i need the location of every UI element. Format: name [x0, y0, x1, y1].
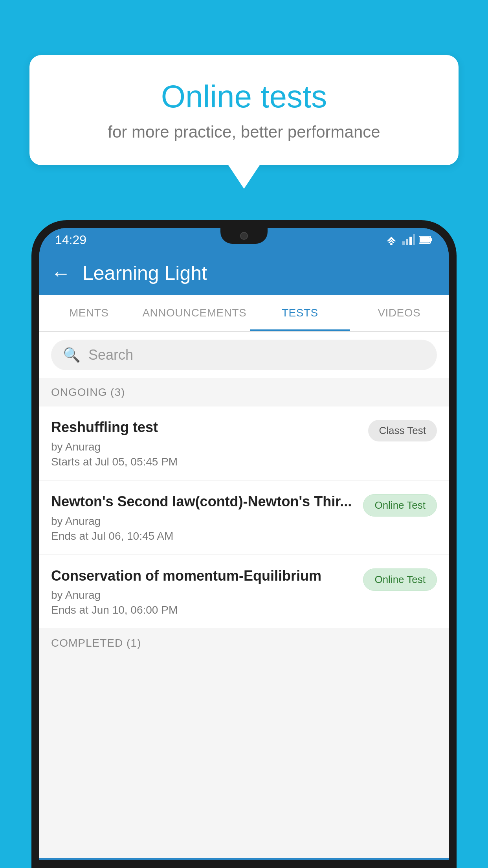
- test-info-3: Conservation of momentum-Equilibrium by …: [51, 567, 355, 617]
- search-container: 🔍 Search: [39, 332, 449, 378]
- test-title-1: Reshuffling test: [51, 418, 360, 437]
- test-time-2: Ends at Jul 06, 10:45 AM: [51, 530, 355, 542]
- test-info-1: Reshuffling test by Anurag Starts at Jul…: [51, 418, 360, 468]
- svg-point-2: [390, 243, 393, 245]
- test-item[interactable]: Conservation of momentum-Equilibrium by …: [39, 555, 449, 629]
- search-icon: 🔍: [63, 347, 81, 363]
- tab-ments[interactable]: MENTS: [39, 295, 138, 331]
- content-area: 🔍 Search ONGOING (3) Reshuffling test by…: [39, 332, 449, 858]
- tab-announcements[interactable]: ANNOUNCEMENTS: [138, 295, 250, 331]
- app-bar: ← Learning Light: [39, 252, 449, 295]
- status-bar: 14:29: [39, 228, 449, 252]
- test-author-3: by Anurag: [51, 589, 355, 601]
- ongoing-section-header: ONGOING (3): [39, 378, 449, 406]
- bubble-subtitle: for more practice, better performance: [61, 123, 427, 142]
- test-item[interactable]: Newton's Second law(contd)-Newton's Thir…: [39, 481, 449, 554]
- speech-bubble: Online tests for more practice, better p…: [29, 55, 459, 165]
- back-button[interactable]: ←: [51, 262, 71, 285]
- test-item[interactable]: Reshuffling test by Anurag Starts at Jul…: [39, 406, 449, 480]
- test-badge-2: Online Test: [363, 494, 437, 517]
- svg-rect-9: [420, 237, 430, 243]
- bubble-title: Online tests: [61, 79, 427, 115]
- phone-frame: 14:29: [31, 220, 457, 868]
- svg-rect-8: [431, 238, 432, 241]
- test-title-3: Conservation of momentum-Equilibrium: [51, 567, 355, 585]
- tab-videos[interactable]: VIDEOS: [350, 295, 449, 331]
- ongoing-label: ONGOING (3): [51, 386, 125, 398]
- svg-rect-6: [413, 234, 415, 245]
- app-title: Learning Light: [83, 262, 207, 285]
- svg-rect-3: [402, 241, 405, 245]
- test-badge-1: Class Test: [368, 420, 437, 441]
- test-title-2: Newton's Second law(contd)-Newton's Thir…: [51, 493, 355, 511]
- svg-rect-4: [406, 239, 408, 245]
- test-badge-3: Online Test: [363, 568, 437, 591]
- signal-icon: [402, 234, 415, 245]
- battery-icon: [419, 235, 433, 244]
- test-author-2: by Anurag: [51, 515, 355, 528]
- bubble-arrow: [228, 165, 260, 189]
- completed-section-header: COMPLETED (1): [39, 629, 449, 657]
- wifi-icon: [384, 234, 398, 245]
- completed-label: COMPLETED (1): [51, 637, 141, 649]
- test-info-2: Newton's Second law(contd)-Newton's Thir…: [51, 493, 355, 542]
- test-time-3: Ends at Jun 10, 06:00 PM: [51, 604, 355, 616]
- search-box[interactable]: 🔍 Search: [51, 340, 437, 370]
- tab-tests[interactable]: TESTS: [250, 295, 349, 331]
- test-time-1: Starts at Jul 05, 05:45 PM: [51, 456, 360, 468]
- phone-container: 14:29: [31, 220, 457, 868]
- test-author-1: by Anurag: [51, 441, 360, 453]
- speech-bubble-container: Online tests for more practice, better p…: [29, 55, 459, 189]
- svg-rect-5: [409, 237, 412, 245]
- status-time: 14:29: [55, 233, 86, 247]
- status-icons: [384, 234, 433, 245]
- phone-screen: 14:29: [39, 228, 449, 860]
- search-placeholder: Search: [88, 347, 133, 363]
- camera: [240, 232, 248, 240]
- tabs-bar: MENTS ANNOUNCEMENTS TESTS VIDEOS: [39, 295, 449, 332]
- notch: [220, 228, 268, 244]
